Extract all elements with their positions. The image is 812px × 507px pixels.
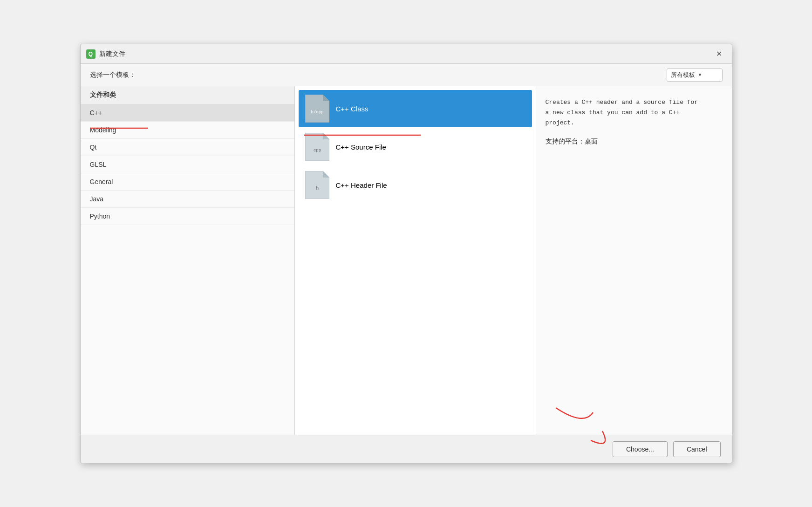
- cancel-button[interactable]: Cancel: [673, 441, 721, 457]
- left-panel: 文件和类 C++ Modeling Qt GLSL General Java P…: [81, 86, 295, 435]
- choose-button[interactable]: Choose...: [613, 441, 668, 457]
- title-bar-left: Q 新建文件: [86, 49, 125, 59]
- sidebar-item-modeling[interactable]: Modeling: [81, 122, 294, 139]
- template-item-cpp-header[interactable]: h C++ Header File: [299, 166, 532, 204]
- bottom-bar: Choose... Cancel: [81, 435, 732, 463]
- sidebar-item-python[interactable]: Python: [81, 208, 294, 225]
- right-panel: Creates a C++ header and a source file f…: [536, 86, 732, 435]
- title-bar: Q 新建文件 ✕: [81, 44, 732, 64]
- template-item-cpp-class[interactable]: h/cpp C++ Class: [299, 90, 532, 127]
- dialog-title: 新建文件: [99, 50, 125, 58]
- filter-dropdown[interactable]: 所有模板 ▼: [667, 69, 723, 82]
- platform-prefix: 支持的平台：: [546, 137, 585, 145]
- app-icon: Q: [86, 49, 96, 59]
- close-button[interactable]: ✕: [712, 47, 726, 61]
- toolbar: 选择一个模板： 所有模板 ▼: [81, 64, 732, 86]
- template-name-cpp-header: C++ Header File: [336, 181, 387, 189]
- svg-text:cpp: cpp: [313, 148, 321, 153]
- cpp-source-icon: cpp: [305, 133, 329, 161]
- new-file-dialog: Q 新建文件 ✕ 选择一个模板： 所有模板 ▼ 文件和类 C++ Modelin…: [80, 44, 732, 463]
- template-item-cpp-source[interactable]: cpp C++ Source File: [299, 128, 532, 165]
- platform-value: 桌面: [585, 137, 598, 145]
- description-text: Creates a C++ header and a source file f…: [546, 97, 723, 128]
- sidebar-item-cpp[interactable]: C++: [81, 104, 294, 122]
- svg-text:h/cpp: h/cpp: [311, 110, 323, 115]
- sidebar-item-glsl[interactable]: GLSL: [81, 156, 294, 173]
- sidebar-item-java[interactable]: Java: [81, 191, 294, 208]
- cpp-class-icon: h/cpp: [305, 95, 329, 123]
- platform-text: 支持的平台：桌面: [546, 137, 723, 146]
- middle-panel: h/cpp C++ Class cpp C++ Source File: [295, 86, 536, 435]
- content-area: 文件和类 C++ Modeling Qt GLSL General Java P…: [81, 86, 732, 435]
- filter-dropdown-label: 所有模板: [671, 71, 695, 79]
- chevron-down-icon: ▼: [698, 72, 703, 77]
- template-name-cpp-class: C++ Class: [336, 105, 368, 113]
- toolbar-label: 选择一个模板：: [90, 71, 136, 79]
- svg-text:h: h: [315, 185, 319, 191]
- left-panel-header: 文件和类: [81, 86, 294, 104]
- template-name-cpp-source: C++ Source File: [336, 143, 386, 151]
- cpp-header-icon: h: [305, 171, 329, 199]
- sidebar-item-qt[interactable]: Qt: [81, 139, 294, 156]
- sidebar-item-general[interactable]: General: [81, 173, 294, 191]
